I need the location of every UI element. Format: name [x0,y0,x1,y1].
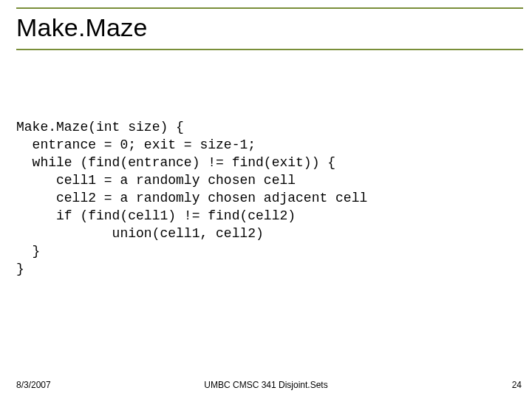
code-block: Make.Maze(int size) { entrance = 0; exit… [16,118,367,278]
footer: 8/3/2007 UMBC CMSC 341 Disjoint.Sets 24 [0,377,532,390]
title-rule-top [16,7,523,9]
slide-title: Make.Maze [16,13,148,42]
title-rule-bottom [16,49,523,50]
footer-center: UMBC CMSC 341 Disjoint.Sets [0,380,532,390]
footer-page-number: 24 [512,380,522,390]
slide: Make.Maze Make.Maze(int size) { entrance… [0,0,532,399]
title-wrap: Make.Maze [16,13,148,42]
